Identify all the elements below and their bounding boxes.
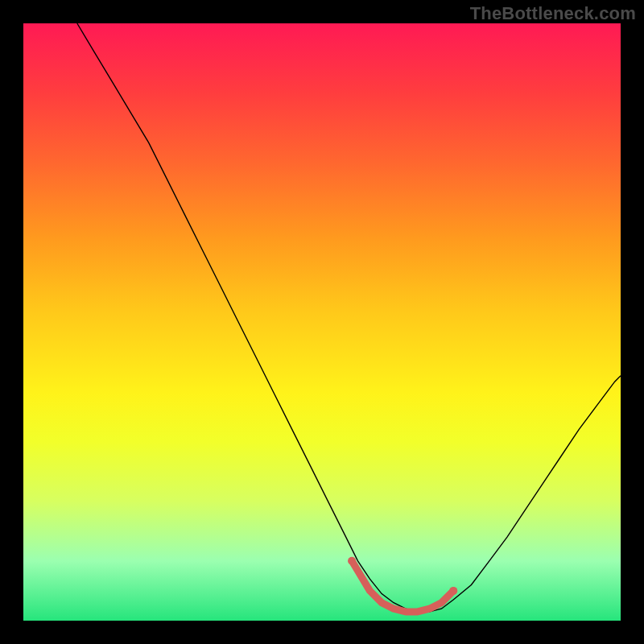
- plot-area: [23, 23, 621, 621]
- optimal-range-end-dot: [449, 587, 457, 595]
- optimal-range-start-dot: [348, 557, 356, 565]
- plot-svg: [23, 23, 621, 621]
- watermark-text: TheBottleneck.com: [470, 3, 636, 24]
- optimal-range-marker: [352, 561, 453, 612]
- chart-frame: TheBottleneck.com: [0, 0, 644, 644]
- bottleneck-curve: [77, 23, 621, 612]
